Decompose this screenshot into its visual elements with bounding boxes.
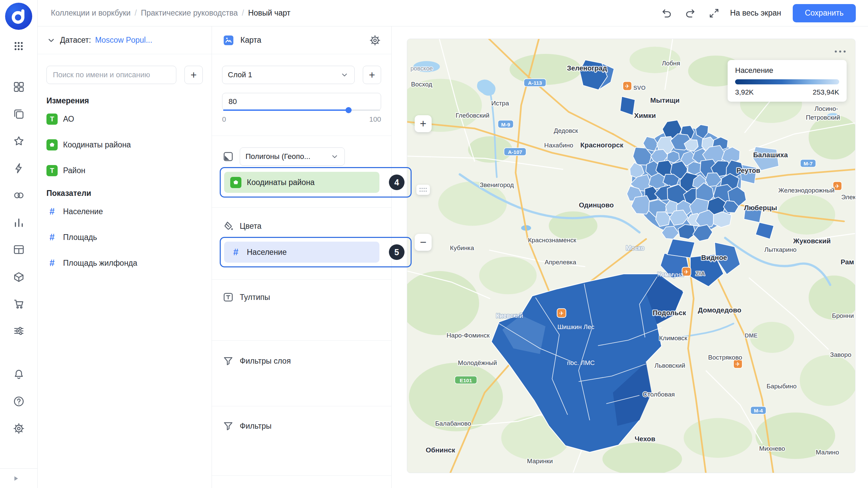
fullscreen-icon[interactable]: [706, 5, 722, 21]
map-label: Львовский: [654, 362, 685, 369]
help-icon[interactable]: [8, 390, 29, 412]
bar-chart-icon[interactable]: [8, 211, 29, 233]
field-item[interactable]: TАО: [46, 113, 203, 125]
zoom-in-button[interactable]: +: [415, 115, 432, 132]
legend-max: 253,94K: [813, 88, 839, 96]
map-label: Обнинск: [426, 446, 455, 454]
breadcrumb-item[interactable]: Практические руководства: [141, 8, 238, 18]
geopoints-field-chip[interactable]: Коодинаты района: [224, 172, 379, 193]
breadcrumb-item[interactable]: Коллекции и воркбуки: [51, 8, 131, 18]
cart-icon[interactable]: [8, 293, 29, 314]
tooltips-section-label: Тултипы: [240, 293, 270, 302]
airplane-icon: ✈: [559, 310, 564, 316]
color-field-label: Население: [247, 248, 287, 257]
map-label: Чехов: [635, 435, 655, 443]
field-item[interactable]: #Площадь жилфонда: [46, 257, 203, 269]
map-label: Рам: [841, 258, 854, 266]
field-item[interactable]: TРайон: [46, 164, 203, 177]
divider: [212, 136, 391, 136]
map-label: Видное: [701, 254, 727, 261]
map-graphic: А-113М-9А-107М-7Е101М-4✈✈✈✈✈ЗеленоградЛо…: [407, 39, 855, 473]
layer-opacity-control[interactable]: 80: [222, 93, 381, 110]
map-label: Апрелевка: [545, 259, 576, 266]
map-canvas[interactable]: А-113М-9А-107М-7Е101М-4✈✈✈✈✈ЗеленоградЛо…: [407, 39, 855, 473]
content: Датасет: Moscow Popul... + Измерения TАО…: [38, 26, 868, 488]
box-icon[interactable]: [8, 266, 29, 287]
tooltips-section-row[interactable]: Тултипы: [222, 288, 381, 306]
squares-icon[interactable]: [8, 76, 29, 98]
opacity-slider-knob[interactable]: [346, 107, 352, 113]
search-input[interactable]: [46, 66, 176, 84]
colors-section-row[interactable]: Цвета: [222, 217, 381, 235]
sliders-icon[interactable]: [8, 320, 29, 342]
gear-icon[interactable]: [369, 34, 381, 46]
geometry-type-select[interactable]: Полигоны (Геопо...: [240, 147, 345, 166]
opacity-slider-track[interactable]: [223, 109, 380, 111]
fullscreen-label[interactable]: На весь экран: [730, 8, 781, 18]
star-icon[interactable]: [8, 130, 29, 152]
chevron-down-icon: [330, 152, 339, 161]
undo-icon[interactable]: [659, 5, 674, 21]
zoom-grip-handle[interactable]: [416, 185, 430, 195]
field-item[interactable]: #Население: [46, 205, 203, 218]
chevron-down-icon[interactable]: [46, 36, 56, 45]
funnel-icon: [222, 420, 234, 432]
measures-title: Показатели: [38, 177, 212, 198]
map-label: Балашиха: [753, 151, 788, 159]
field-label: АО: [63, 115, 74, 124]
field-label: Район: [63, 166, 85, 175]
color-field-chip[interactable]: # Население: [224, 242, 379, 263]
zoom-out-button[interactable]: −: [415, 234, 432, 251]
map-label: Шишкин Лес: [557, 323, 594, 330]
bell-icon[interactable]: [8, 363, 29, 385]
colors-section-label: Цвета: [240, 222, 261, 231]
play-icon[interactable]: [11, 474, 20, 483]
legend-range: 3,92K 253,94K: [735, 88, 839, 96]
map-label: Краснознаменск: [528, 237, 576, 244]
apps-grid-icon[interactable]: [8, 35, 29, 57]
rail-footer: [0, 468, 38, 488]
lightning-icon[interactable]: [8, 157, 29, 179]
field-label: Население: [63, 207, 103, 216]
chart-type-title[interactable]: Карта: [240, 36, 261, 45]
layer-select[interactable]: Слой 1: [222, 66, 355, 84]
road-badge: Е101: [460, 378, 472, 383]
copy-icon[interactable]: [8, 103, 29, 125]
geometry-type-value: Полигоны (Геопо...: [245, 152, 310, 161]
layer-filters-section-row[interactable]: Фильтры слоя: [222, 352, 381, 370]
redo-icon[interactable]: [683, 5, 698, 21]
datalens-logo-icon[interactable]: [5, 3, 32, 30]
map-label: Столбовая: [643, 391, 675, 398]
map-label: Балабаново: [435, 420, 471, 427]
save-button[interactable]: Сохранить: [793, 4, 856, 22]
map-label: Маринки: [527, 458, 553, 465]
chart-type-header: Карта: [212, 26, 391, 54]
map-label: Востряково: [708, 354, 742, 361]
field-item[interactable]: Коодинаты района: [46, 139, 203, 151]
add-field-button[interactable]: +: [184, 66, 203, 84]
map-label: Одинцово: [579, 201, 614, 209]
filters-section-label: Фильтры: [240, 422, 272, 431]
dataset-name-link[interactable]: Moscow Popul...: [95, 36, 152, 45]
road-badge: А-107: [508, 149, 522, 155]
annotation-colors: # Население 5: [220, 237, 412, 267]
filters-section-row[interactable]: Фильтры: [222, 417, 381, 435]
add-layer-button[interactable]: +: [363, 66, 381, 84]
map-menu-button[interactable]: [833, 48, 848, 55]
field-item[interactable]: #Площадь: [46, 231, 203, 243]
layer-filters-section-label: Фильтры слоя: [240, 357, 291, 366]
map-label: Бронни: [832, 312, 854, 319]
dataset-label: Датасет:: [60, 36, 91, 45]
map-legend: Население 3,92K 253,94K: [728, 60, 847, 102]
map-label: Домодедово: [698, 306, 741, 314]
rings-icon[interactable]: [8, 184, 29, 206]
field-label: Площадь: [63, 233, 97, 242]
divider: [212, 475, 391, 476]
legend-gradient-bar: [735, 79, 839, 84]
rail-group-top: [8, 35, 29, 57]
gear-icon[interactable]: [8, 418, 29, 439]
airplane-icon: ✈: [684, 269, 689, 275]
map-label: Красногорск: [580, 141, 624, 149]
table-icon[interactable]: [8, 239, 29, 260]
airplane-icon: ✈: [835, 183, 840, 189]
